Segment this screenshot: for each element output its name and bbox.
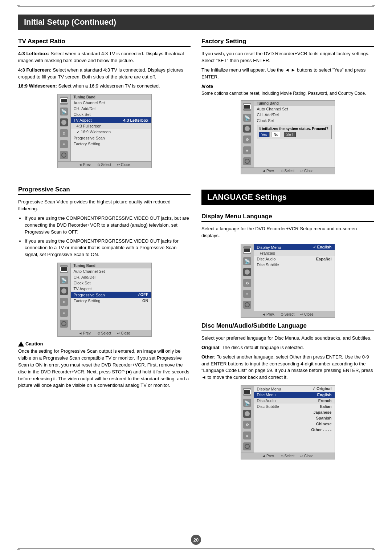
factory-icon-active: [243, 125, 251, 133]
progressive-bullet-1: If you are using the COMPONENT/PROGRESSI…: [25, 215, 191, 236]
disc-lang-icons: 📡 ⚙ ≡: [241, 386, 254, 453]
factory-clock: Clock Set: [254, 118, 335, 123]
factory-icon-antenna: 📡: [243, 114, 251, 122]
disc-menu-other: Other: To select another language, selec…: [201, 354, 374, 381]
disc-lang-icon-tv: [243, 388, 251, 396]
caution-text: Once the setting for Progressive Scan ou…: [18, 348, 191, 389]
progressive-menu: 📡 ⚙ ≡ Tuning Band Auto Channel Set CH. A…: [57, 263, 152, 337]
prog-ch: CH. Add/Del: [71, 274, 151, 280]
letterbox-bold: 4:3 Letterbox:: [18, 51, 49, 56]
menu-prog-scan: Progressive Scan: [71, 135, 151, 141]
menu-tv-aspect-opt2: 4:3 Fullscreen: [71, 123, 151, 129]
dialog-yes-btn[interactable]: Yes: [259, 132, 270, 137]
prog-clock: Clock Set: [71, 280, 151, 286]
prog-footer-prev: ◄ Prev.: [78, 331, 91, 335]
disp-footer-select: ⊙ Select: [281, 312, 295, 316]
language-right-col: LANGUAGE Settings Display Menu Language …: [201, 186, 374, 464]
factory-menu-content: Tuning Band Auto Channel Set CH. Add/Del…: [254, 101, 335, 167]
prog-auto: Auto Channel Set: [71, 268, 151, 274]
disc-menu-highlighted: Disc Menu English: [254, 392, 335, 398]
caution-icon: [18, 341, 24, 347]
menu-icon-circle: [60, 118, 68, 126]
disc-other: Other - - - -: [254, 427, 335, 433]
original-text: : The disc's default language is selecte…: [219, 345, 304, 350]
widescreen-bold: 16:9 Widescreen:: [18, 83, 57, 89]
dialog-set-btn[interactable]: SET: [284, 132, 296, 137]
footer-close: ↩ Close: [117, 163, 130, 167]
prog-factory: Factory Setting ON: [71, 298, 151, 304]
display-menu-lang-para: Select a language for the DVD Recorder+V…: [201, 226, 374, 239]
disp-lang-icon-ant: 📡: [243, 257, 251, 265]
disc-footer-close: ↩ Close: [300, 454, 313, 458]
disp-lang-footer: ◄ Prev. ⊙ Select ↩ Close: [241, 311, 335, 317]
tv-aspect-title: TV Aspect Ratio: [18, 38, 191, 47]
tv-aspect-letterbox: 4:3 Letterbox: Select when a standard 4:…: [18, 50, 191, 64]
prog-tuning: Tuning Band: [71, 263, 151, 268]
display-menu-lang-title: Display Menu Language: [201, 213, 374, 222]
menu-auto-channel: Auto Channel Set: [71, 100, 151, 106]
factory-section: Factory Setting If you wish, you can res…: [201, 38, 374, 179]
dialog-buttons: Yes No SET: [259, 132, 330, 137]
factory-dialog: It initializes the system status. Procee…: [257, 125, 332, 139]
disp-footer-close: ↩ Close: [300, 312, 313, 316]
factory-icon-bars: ≡: [243, 146, 251, 154]
prog-footer-close: ↩ Close: [117, 331, 130, 335]
disc-lang-icon-active: [243, 410, 251, 418]
menu-icon-bars: ≡: [60, 140, 68, 148]
progressive-para1: Progressive Scan Video provides the high…: [18, 199, 191, 212]
factory-footer-close: ↩ Close: [300, 169, 313, 173]
caution-title: Caution: [18, 341, 191, 347]
disp-lang-icon-active: [243, 268, 251, 276]
menu-tuning: Tuning Band: [74, 95, 148, 99]
menu-header-row: Tuning Band: [71, 94, 151, 100]
progressive-bullet-2: If you are using the COMPONENT/PROGRESSI…: [25, 238, 191, 259]
disc-audio: Disc Audio French: [254, 398, 335, 404]
disc-lang-icon-ant: 📡: [243, 399, 251, 407]
factory-menu-icons: 📡 ⚙ ≡: [241, 101, 254, 167]
disc-lang-icon-disc: [243, 442, 251, 450]
menu-icon-antenna: 📡: [60, 108, 68, 116]
prog-tv-aspect: TV Aspect: [71, 286, 151, 292]
language-header: LANGUAGE Settings: [201, 190, 374, 205]
factory-icon-disc: [243, 157, 251, 165]
menu-footer-tv-aspect: ◄ Prev. ⊙ Select ↩ Close: [58, 161, 151, 168]
menu-icon-tv: [60, 97, 68, 105]
menu-icon-disc: [60, 151, 68, 159]
dialog-no-btn[interactable]: No: [271, 132, 281, 137]
note-title: Note: [201, 83, 374, 89]
menu-tv-aspect-highlighted: TV Aspect 4:3 Letterbox: [71, 117, 151, 123]
disc-lang-menu: 📡 ⚙ ≡ Display Menu ✓ Original Disc Menu …: [241, 385, 335, 459]
prog-menu-footer: ◄ Prev. ⊙ Select ↩ Close: [58, 330, 151, 336]
disc-spanish: Spanish: [254, 415, 335, 421]
disp-lang-disc-sub: Disc Subtitle: [254, 262, 335, 268]
page-border-top: [18, 7, 374, 7]
prog-menu-icons: 📡 ⚙ ≡: [58, 263, 71, 330]
prog-icon-disc: [60, 320, 68, 328]
disp-lang-icon-bars: ≡: [243, 290, 251, 298]
page-border-bottom: [18, 548, 374, 548]
factory-menu: 📡 ⚙ ≡ Tuning Band Auto Channel Set CH. A…: [241, 100, 335, 174]
prog-menu-content: Tuning Band Auto Channel Set CH. Add/Del…: [71, 263, 151, 330]
section-header: Initial Setup (Continued): [18, 15, 374, 30]
factory-title: Factory Setting: [201, 38, 374, 47]
page-number: 20: [191, 535, 201, 545]
tv-aspect-widescreen: 16:9 Widescreen: Select when a 16:9 wide…: [18, 83, 191, 90]
caution-label: Caution: [25, 341, 43, 347]
disc-display-menu: Display Menu ✓ Original: [254, 386, 335, 392]
prog-icon-bars: ≡: [60, 309, 68, 317]
tv-aspect-menu: 📡 ⚙ ≡ Tuning Band Auto Channel Set CH. A…: [57, 94, 152, 168]
progressive-scan-section: Progressive Scan Progressive Scan Video …: [18, 186, 191, 464]
factory-auto: Auto Channel Set: [254, 106, 335, 112]
widescreen-text: Select when a 16:9 widescreen TV is conn…: [57, 83, 160, 89]
factory-icon-tv: [243, 103, 251, 111]
progressive-bullets: If you are using the COMPONENT/PROGRESSI…: [25, 215, 191, 258]
menu-ch-adddel: CH. Add/Del: [71, 106, 151, 112]
factory-ch: CH. Add/Del: [254, 112, 335, 118]
factory-menu-footer: ◄ Prev. ⊙ Select ↩ Close: [241, 167, 335, 174]
disc-japanese: Japanese: [254, 409, 335, 415]
factory-note: Note Some options cannot be reset, inclu…: [201, 83, 374, 96]
disc-footer-select: ⊙ Select: [281, 454, 295, 458]
disp-lang-disc-menu: Français: [254, 250, 335, 256]
footer-select: ⊙ Select: [97, 163, 111, 167]
menu-icon-gear: ⚙: [60, 129, 68, 137]
